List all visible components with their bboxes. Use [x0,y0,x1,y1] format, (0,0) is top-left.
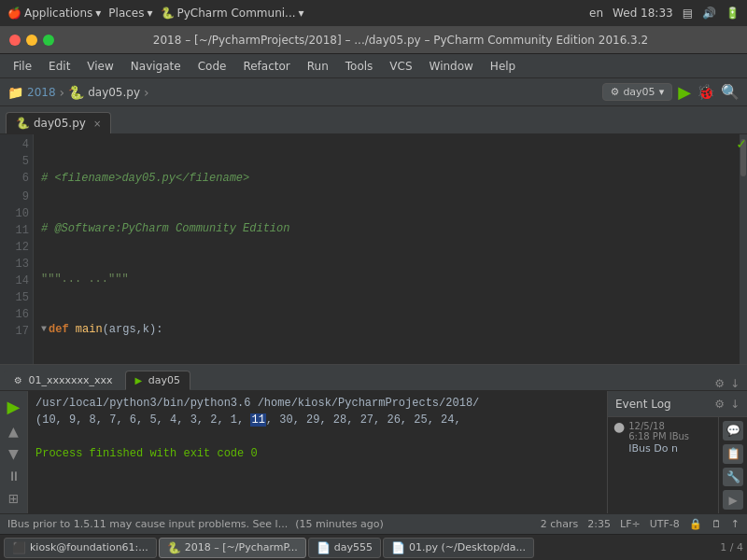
event-log-pin-icon[interactable]: ↓ [730,398,740,411]
run-config-label: day05 [623,86,655,98]
el-icon-3[interactable]: 🔧 [723,468,743,487]
ibus-message[interactable]: IBus prior to 1.5.11 may cause input pro… [7,518,288,530]
window-title: PyCharm Communi... [177,7,296,20]
event-entry-1: ● 12/5/18 6:18 PM IBus [613,421,712,455]
window-chevron: ▾ [299,7,304,20]
run-tab-01[interactable]: ⚙ 01_xxxxxxx_xxx [4,371,123,390]
menu-vcs[interactable]: VCS [382,58,419,75]
app-layout: 🍎 Applications ▾ Places ▾ 🐍 PyCharm Comm… [0,0,747,560]
menu-code[interactable]: Code [190,58,234,75]
debug-button[interactable]: 🐞 [697,83,715,101]
pycharm-icon: 🐍 [161,7,175,20]
run-panel: ⚙ 01_xxxxxxx_xxx ▶ day05 ⚙ ↓ ▶ ▲ ▼ ⏸ [0,364,747,513]
menu-file[interactable]: File [6,58,39,75]
applications-label: Applications [24,7,92,20]
file-tab-day05[interactable]: 🐍 day05.py × [6,112,111,133]
line-ending[interactable]: LF÷ [620,518,641,530]
places-menu[interactable]: Places ▾ [108,7,152,20]
char-count: 2 chars [541,518,579,530]
code-line-9: ▼ def main(args,k): [41,321,732,338]
upload-icon[interactable]: ↑ [731,518,740,530]
breadcrumb-sep-2: › [144,85,149,100]
event-log-title: Event Log [615,398,671,411]
places-label: Places [108,7,144,20]
event-log-settings-icon[interactable]: ⚙ [714,398,725,411]
app-indicator[interactable]: 🐍 PyCharm Communi... ▾ [161,7,304,20]
time-ago: (15 minutes ago) [295,518,384,530]
applications-chevron: ▾ [95,7,101,20]
menu-help[interactable]: Help [483,58,523,75]
window-close-button[interactable] [9,35,21,46]
event-bullet-icon: ● [613,419,625,434]
run-pause-button[interactable]: ⏸ [6,467,22,485]
output-line-3 [35,428,599,445]
run-up-button[interactable]: ▲ [7,422,21,441]
window-maximize-button[interactable] [43,35,54,46]
run-tab-01-label: 01_xxxxxxx_xxx [28,374,112,386]
taskbar-item-terminal[interactable]: ⬛ kiosk@foundation61:... [4,538,157,558]
taskbar-item-day555[interactable]: 📄 day555 [308,538,381,558]
locale-indicator: en [589,7,603,20]
tab-python-icon: 🐍 [16,117,30,130]
editor-scrollbar[interactable]: ✓ [740,134,747,364]
run-tab-day05[interactable]: ▶ day05 [125,371,190,390]
sound-icon[interactable]: 🔊 [702,7,716,20]
window-minimize-button[interactable] [26,35,37,46]
run-settings-icon[interactable]: ⚙ [714,377,725,390]
taskbar-item-pycharm[interactable]: 🐍 2018 – [~/PycharmP... [159,538,306,558]
event-time-value: 6:18 PM [628,431,666,441]
places-chevron: ▾ [148,7,153,20]
git-icon[interactable]: 🗒 [712,518,722,530]
validation-icon: ✓ [736,136,747,151]
lock-icon: 🔒 [689,518,702,530]
tab-close-button[interactable]: × [93,119,101,129]
el-icon-1[interactable]: 💬 [723,421,743,441]
menu-run[interactable]: Run [300,58,336,75]
window-menu-icon[interactable]: ▤ [683,7,693,20]
fold-icon-9[interactable]: ▼ [41,321,47,338]
breadcrumb-file[interactable]: day05.py [88,86,140,99]
code-editor[interactable]: 4 5 6 9 10 11 12 13 14 15 16 17 # <filen… [0,134,747,364]
search-button[interactable]: 🔍 [721,83,740,101]
menu-edit[interactable]: Edit [41,58,78,75]
breadcrumb-folder[interactable]: 2018 [27,86,56,99]
run-grid-button[interactable]: ⊞ [7,489,21,508]
event-time: 6:18 PM IBus [628,431,689,441]
applications-menu[interactable]: 🍎 Applications ▾ [7,7,101,20]
menu-refactor[interactable]: Refactor [235,58,297,75]
output-exit-line: Process finished with exit code 0 [35,445,599,462]
run-tab-day05-label: day05 [148,374,180,386]
editor-run-area: 4 5 6 9 10 11 12 13 14 15 16 17 # <filen… [0,134,747,513]
run-play-button[interactable]: ▶ [6,395,22,418]
menu-window[interactable]: Window [422,58,481,75]
run-tab-01-icon: ⚙ [14,375,22,385]
cursor-position[interactable]: 2:35 [587,518,611,530]
taskbar-day555-label: day555 [334,541,373,553]
code-line-6: """... ...""" [41,271,732,287]
run-config-selector[interactable]: ⚙ day05 ▾ [602,83,673,101]
output-line-1: /usr/local/python3/bin/python3.6 /home/k… [35,395,599,412]
encoding[interactable]: UTF-8 [650,518,680,530]
battery-icon[interactable]: 🔋 [726,7,740,20]
editor-section: 4 5 6 9 10 11 12 13 14 15 16 17 # <filen… [0,134,747,364]
code-text[interactable]: # <filename>day05.py</filename> # @Softw… [34,134,740,364]
run-button[interactable]: ▶ [678,84,691,101]
menu-navigate[interactable]: Navigate [123,58,189,75]
run-down-button[interactable]: ▼ [7,444,21,463]
file-icon: 🐍 [68,85,84,100]
event-log-sidebar: 💬 📋 🔧 ▶ [718,417,747,513]
breadcrumb-sep-1: › [60,85,65,100]
run-body: ▶ ▲ ▼ ⏸ ⊞ ⤒ ◻ /usr/local/python3/bin/pyt… [0,391,747,513]
run-pin-icon[interactable]: ↓ [730,377,740,390]
el-icon-4[interactable]: ▶ [723,490,743,510]
run-sidebar: ▶ ▲ ▼ ⏸ ⊞ ⤒ ◻ [0,391,28,513]
el-icon-2[interactable]: 📋 [723,444,743,464]
menu-view[interactable]: View [79,58,120,75]
taskbar: ⬛ kiosk@foundation61:... 🐍 2018 – [~/Pyc… [0,534,747,560]
system-bar: 🍎 Applications ▾ Places ▾ 🐍 PyCharm Comm… [0,0,747,26]
tab-bar: 🐍 day05.py × [0,106,747,134]
run-tabs: ⚙ 01_xxxxxxx_xxx ▶ day05 ⚙ ↓ [0,365,747,391]
run-output: /usr/local/python3/bin/python3.6 /home/k… [28,391,607,513]
menu-tools[interactable]: Tools [338,58,381,75]
taskbar-item-py01[interactable]: 📄 01.py (~/Desktop/da... [383,538,534,558]
